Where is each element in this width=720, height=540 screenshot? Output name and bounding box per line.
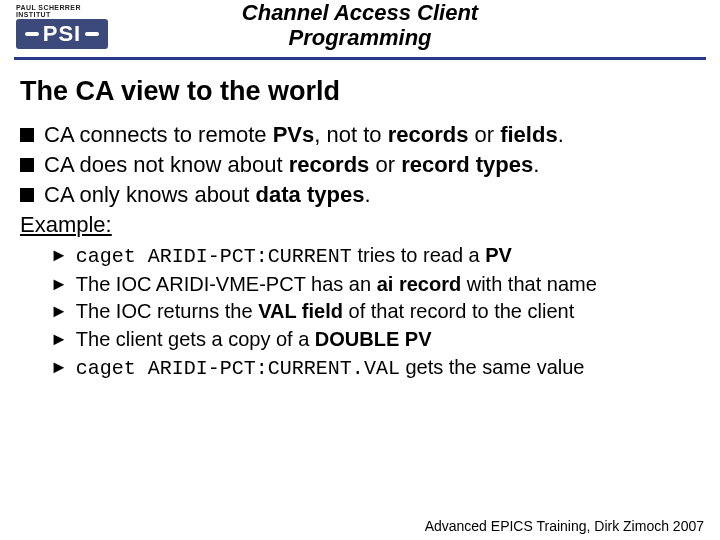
- logo-box: PSI: [16, 19, 108, 49]
- slide-title-line2: Programming: [80, 25, 640, 50]
- bullet-level1: CA only knows about data types.: [20, 181, 700, 209]
- triangle-bullet-icon: ►: [50, 243, 68, 270]
- logo-dash-left: [25, 32, 39, 36]
- slide-title-line1: Channel Access Client: [80, 0, 640, 25]
- triangle-bullet-icon: ►: [50, 272, 68, 298]
- bullet-text: caget ARIDI-PCT:CURRENT tries to read a …: [76, 243, 700, 270]
- bullet-level1: CA does not know about records or record…: [20, 151, 700, 179]
- bullet-text: caget ARIDI-PCT:CURRENT.VAL gets the sam…: [76, 355, 700, 382]
- bullet-text: CA does not know about records or record…: [44, 151, 700, 179]
- bullet-text: The IOC returns the VAL field of that re…: [76, 299, 700, 325]
- square-bullet-icon: [20, 188, 34, 202]
- slide-content: The CA view to the world CA connects to …: [0, 60, 720, 382]
- header-divider: [14, 57, 706, 60]
- square-bullet-icon: [20, 158, 34, 172]
- triangle-bullet-icon: ►: [50, 299, 68, 325]
- square-bullet-icon: [20, 128, 34, 142]
- logo-institute-text: PAUL SCHERRER INSTITUT: [16, 4, 108, 18]
- bullet-text: The IOC ARIDI-VME-PCT has an ai record w…: [76, 272, 700, 298]
- bullet-text: CA only knows about data types.: [44, 181, 700, 209]
- example-label: Example:: [20, 211, 700, 239]
- bullet-level2: ► The client gets a copy of a DOUBLE PV: [50, 327, 700, 353]
- section-title: The CA view to the world: [20, 76, 700, 107]
- slide-header: PAUL SCHERRER INSTITUT PSI Channel Acces…: [0, 0, 720, 60]
- psi-logo: PAUL SCHERRER INSTITUT PSI: [16, 4, 108, 49]
- triangle-bullet-icon: ►: [50, 327, 68, 353]
- sub-bullet-group: ► caget ARIDI-PCT:CURRENT tries to read …: [20, 243, 700, 381]
- bullet-level1: CA connects to remote PVs, not to record…: [20, 121, 700, 149]
- bullet-level2: ► caget ARIDI-PCT:CURRENT.VAL gets the s…: [50, 355, 700, 382]
- bullet-text: The client gets a copy of a DOUBLE PV: [76, 327, 700, 353]
- bullet-level2: ► The IOC ARIDI-VME-PCT has an ai record…: [50, 272, 700, 298]
- logo-dash-right: [85, 32, 99, 36]
- triangle-bullet-icon: ►: [50, 355, 68, 382]
- bullet-text: CA connects to remote PVs, not to record…: [44, 121, 700, 149]
- logo-text: PSI: [43, 21, 81, 47]
- bullet-level2: ► caget ARIDI-PCT:CURRENT tries to read …: [50, 243, 700, 270]
- slide-title: Channel Access Client Programming: [0, 0, 720, 57]
- bullet-level2: ► The IOC returns the VAL field of that …: [50, 299, 700, 325]
- slide-footer: Advanced EPICS Training, Dirk Zimoch 200…: [425, 518, 704, 534]
